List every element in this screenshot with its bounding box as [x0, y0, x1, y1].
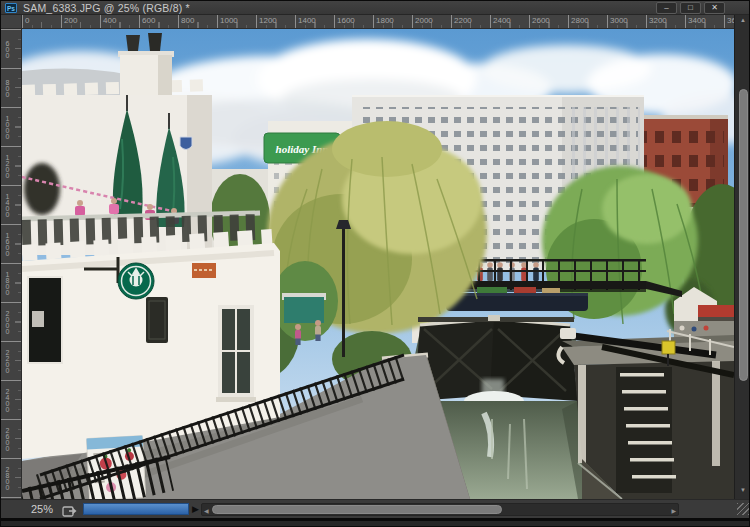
photoshop-document-window: Ps SAM_6383.JPG @ 25% (RGB/8) * – □ ✕ 02…: [0, 0, 750, 527]
vertical-scrollbar-thumb[interactable]: [739, 89, 748, 381]
ruler-label-v: 2000: [4, 310, 11, 334]
ruler-label-h: 3400: [688, 16, 706, 25]
status-menu-arrow-icon[interactable]: ▶: [192, 504, 199, 514]
status-bar: 25% ▶ ◀ ▶: [1, 499, 750, 518]
scroll-down-icon[interactable]: ▼: [740, 487, 746, 493]
ruler-label-v: 2200: [4, 349, 11, 373]
image-canvas[interactable]: holiday Inn: [22, 29, 734, 499]
ruler-label-h: 0: [25, 16, 29, 25]
photo-camden-lock: holiday Inn: [22, 29, 734, 499]
horizontal-scrollbar[interactable]: ◀ ▶: [201, 503, 679, 516]
scroll-up-icon[interactable]: ▲: [740, 17, 746, 23]
ruler-horizontal[interactable]: 0200400600800100012001400160018002000220…: [22, 15, 734, 29]
ruler-label-h: 3000: [610, 16, 628, 25]
ruler-label-h: 1800: [376, 16, 394, 25]
ruler-label-v: 1800: [4, 271, 11, 295]
document-title: SAM_6383.JPG @ 25% (RGB/8) *: [23, 2, 190, 14]
maximize-button[interactable]: □: [680, 2, 701, 14]
ruler-label-h: 3600: [727, 16, 734, 25]
ruler-label-h: 3200: [649, 16, 667, 25]
scroll-left-icon[interactable]: ◀: [204, 507, 209, 514]
ruler-label-v: 600: [4, 40, 11, 58]
ruler-label-v: 2600: [4, 427, 11, 451]
ruler-label-h: 1200: [259, 16, 277, 25]
ruler-label-h: 200: [64, 16, 77, 25]
ruler-label-h: 800: [181, 16, 194, 25]
ruler-label-h: 2400: [493, 16, 511, 25]
lock-island: [558, 328, 734, 499]
ruler-corner[interactable]: [1, 15, 22, 29]
scroll-right-icon[interactable]: ▶: [671, 507, 676, 514]
vertical-scrollbar[interactable]: ▲ ▼: [734, 15, 750, 499]
ruler-label-v: 2800: [4, 466, 11, 490]
ruler-label-h: 1600: [337, 16, 355, 25]
ruler-label-h: 2600: [532, 16, 550, 25]
horizontal-scrollbar-thumb[interactable]: [212, 505, 502, 514]
ruler-label-v: 1600: [4, 232, 11, 256]
window-frame-bottom-inner: [1, 521, 750, 527]
save-progress-bar: [83, 503, 189, 515]
ruler-label-h: 2200: [454, 16, 472, 25]
ruler-label-h: 1400: [298, 16, 316, 25]
ruler-label-h: 600: [142, 16, 155, 25]
lock-island-steps: [616, 367, 676, 493]
close-button[interactable]: ✕: [704, 2, 725, 14]
minimize-button[interactable]: –: [656, 2, 677, 14]
ruler-label-v: 800: [4, 79, 11, 97]
title-bar[interactable]: Ps SAM_6383.JPG @ 25% (RGB/8) * – □ ✕: [1, 1, 750, 15]
ruler-vertical[interactable]: 6008001000120014001600180020002200240026…: [1, 29, 22, 499]
dark-ornament: [24, 163, 60, 215]
ruler-label-h: 400: [103, 16, 116, 25]
ruler-label-v: 1000: [4, 115, 11, 139]
ruler-label-h: 2800: [571, 16, 589, 25]
zoom-level-field[interactable]: 25%: [31, 503, 53, 515]
ruler-label-h: 1000: [220, 16, 238, 25]
blue-shield-plaque: [180, 137, 192, 150]
resize-grip[interactable]: [737, 503, 749, 515]
ruler-label-v: 1200: [4, 154, 11, 178]
ruler-label-v: 2400: [4, 388, 11, 412]
ruler-label-v: 1400: [4, 193, 11, 217]
photoshop-app-icon: Ps: [5, 3, 17, 13]
ruler-label-h: 2000: [415, 16, 433, 25]
